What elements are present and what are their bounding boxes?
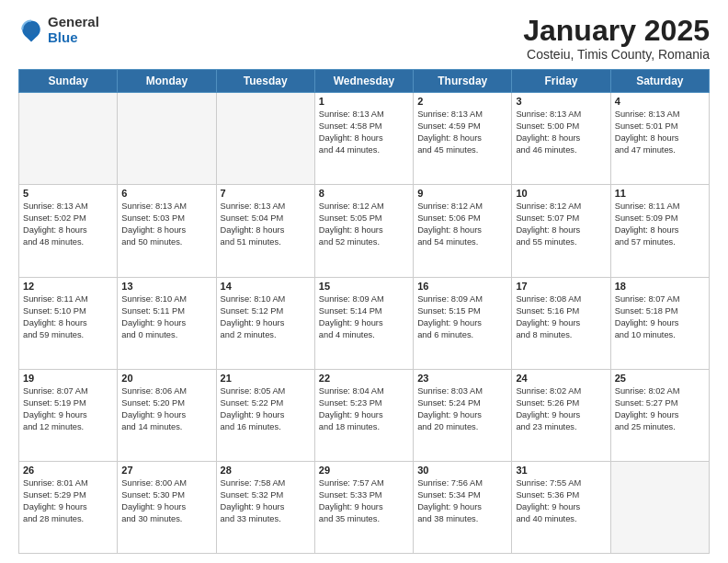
day-info: Sunrise: 8:13 AM Sunset: 5:01 PM Dayligh… [615,109,705,156]
day-info: Sunrise: 8:03 AM Sunset: 5:24 PM Dayligh… [417,385,507,433]
calendar-week-row: 12Sunrise: 8:11 AM Sunset: 5:10 PM Dayli… [19,277,710,369]
table-row: 2Sunrise: 8:13 AM Sunset: 4:59 PM Daylig… [414,93,512,185]
table-row: 25Sunrise: 8:02 AM Sunset: 5:27 PM Dayli… [610,369,709,461]
day-number: 4 [615,96,705,107]
day-number: 10 [516,188,606,199]
day-info: Sunrise: 8:10 AM Sunset: 5:11 PM Dayligh… [121,293,211,341]
day-info: Sunrise: 8:13 AM Sunset: 5:03 PM Dayligh… [121,201,211,248]
day-info: Sunrise: 8:12 AM Sunset: 5:05 PM Dayligh… [319,201,409,248]
day-number: 17 [516,281,606,292]
day-info: Sunrise: 8:10 AM Sunset: 5:12 PM Dayligh… [221,293,311,341]
day-number: 3 [516,96,606,107]
day-number: 24 [516,373,606,384]
day-info: Sunrise: 7:56 AM Sunset: 5:34 PM Dayligh… [417,477,507,525]
table-row: 24Sunrise: 8:02 AM Sunset: 5:26 PM Dayli… [512,369,610,461]
table-row: 20Sunrise: 8:06 AM Sunset: 5:20 PM Dayli… [118,369,216,461]
calendar-table: Sunday Monday Tuesday Wednesday Thursday… [18,69,710,554]
day-info: Sunrise: 8:13 AM Sunset: 5:00 PM Dayligh… [516,109,606,156]
day-number: 15 [319,281,409,292]
day-info: Sunrise: 8:13 AM Sunset: 4:59 PM Dayligh… [417,109,507,156]
table-row: 17Sunrise: 8:08 AM Sunset: 5:16 PM Dayli… [512,277,610,369]
calendar-week-row: 26Sunrise: 8:01 AM Sunset: 5:29 PM Dayli… [19,461,710,553]
table-row: 19Sunrise: 8:07 AM Sunset: 5:19 PM Dayli… [19,369,118,461]
weekday-header-row: Sunday Monday Tuesday Wednesday Thursday… [19,70,710,93]
table-row: 15Sunrise: 8:09 AM Sunset: 5:14 PM Dayli… [314,277,413,369]
table-row: 4Sunrise: 8:13 AM Sunset: 5:01 PM Daylig… [610,93,709,185]
day-number: 19 [23,373,113,384]
day-info: Sunrise: 8:02 AM Sunset: 5:27 PM Dayligh… [615,385,705,433]
logo: General Blue [18,15,99,45]
day-info: Sunrise: 8:09 AM Sunset: 5:15 PM Dayligh… [417,293,507,341]
table-row [118,93,216,185]
header: General Blue January 2025 Costeiu, Timis… [18,15,710,62]
title-block: January 2025 Costeiu, Timis County, Roma… [523,15,710,62]
day-info: Sunrise: 8:12 AM Sunset: 5:06 PM Dayligh… [417,201,507,248]
day-number: 30 [417,465,507,476]
day-number: 26 [23,465,113,476]
calendar-week-row: 19Sunrise: 8:07 AM Sunset: 5:19 PM Dayli… [19,369,710,461]
table-row: 26Sunrise: 8:01 AM Sunset: 5:29 PM Dayli… [19,461,118,553]
table-row: 1Sunrise: 8:13 AM Sunset: 4:58 PM Daylig… [314,93,413,185]
table-row: 18Sunrise: 8:07 AM Sunset: 5:18 PM Dayli… [610,277,709,369]
day-number: 28 [221,465,311,476]
page: General Blue January 2025 Costeiu, Timis… [0,0,728,563]
day-number: 21 [221,373,311,384]
day-info: Sunrise: 8:12 AM Sunset: 5:07 PM Dayligh… [516,201,606,248]
day-info: Sunrise: 8:00 AM Sunset: 5:30 PM Dayligh… [121,477,211,525]
day-info: Sunrise: 8:04 AM Sunset: 5:23 PM Dayligh… [319,385,409,433]
table-row: 31Sunrise: 7:55 AM Sunset: 5:36 PM Dayli… [512,461,610,553]
table-row: 29Sunrise: 7:57 AM Sunset: 5:33 PM Dayli… [314,461,413,553]
day-number: 29 [319,465,409,476]
table-row [19,93,118,185]
table-row: 7Sunrise: 8:13 AM Sunset: 5:04 PM Daylig… [216,185,314,277]
table-row: 22Sunrise: 8:04 AM Sunset: 5:23 PM Dayli… [314,369,413,461]
table-row: 23Sunrise: 8:03 AM Sunset: 5:24 PM Dayli… [414,369,512,461]
col-friday: Friday [512,70,610,93]
day-number: 27 [121,465,211,476]
day-info: Sunrise: 8:11 AM Sunset: 5:09 PM Dayligh… [615,201,705,248]
location-subtitle: Costeiu, Timis County, Romania [523,47,710,62]
day-number: 8 [319,188,409,199]
day-number: 20 [121,373,211,384]
day-info: Sunrise: 7:57 AM Sunset: 5:33 PM Dayligh… [319,477,409,525]
table-row: 21Sunrise: 8:05 AM Sunset: 5:22 PM Dayli… [216,369,314,461]
table-row: 8Sunrise: 8:12 AM Sunset: 5:05 PM Daylig… [314,185,413,277]
day-info: Sunrise: 8:08 AM Sunset: 5:16 PM Dayligh… [516,293,606,341]
day-number: 31 [516,465,606,476]
table-row: 16Sunrise: 8:09 AM Sunset: 5:15 PM Dayli… [414,277,512,369]
day-number: 18 [615,281,705,292]
day-info: Sunrise: 8:13 AM Sunset: 5:04 PM Dayligh… [221,201,311,248]
day-number: 22 [319,373,409,384]
day-number: 5 [23,188,113,199]
day-info: Sunrise: 8:13 AM Sunset: 4:58 PM Dayligh… [319,109,409,156]
day-number: 23 [417,373,507,384]
day-info: Sunrise: 8:02 AM Sunset: 5:26 PM Dayligh… [516,385,606,433]
table-row [216,93,314,185]
day-info: Sunrise: 8:01 AM Sunset: 5:29 PM Dayligh… [23,477,113,525]
col-tuesday: Tuesday [216,70,314,93]
day-info: Sunrise: 8:11 AM Sunset: 5:10 PM Dayligh… [23,293,113,341]
table-row: 10Sunrise: 8:12 AM Sunset: 5:07 PM Dayli… [512,185,610,277]
table-row [610,461,709,553]
table-row: 28Sunrise: 7:58 AM Sunset: 5:32 PM Dayli… [216,461,314,553]
table-row: 11Sunrise: 8:11 AM Sunset: 5:09 PM Dayli… [610,185,709,277]
day-number: 12 [23,281,113,292]
col-sunday: Sunday [19,70,118,93]
table-row: 3Sunrise: 8:13 AM Sunset: 5:00 PM Daylig… [512,93,610,185]
col-thursday: Thursday [414,70,512,93]
table-row: 27Sunrise: 8:00 AM Sunset: 5:30 PM Dayli… [118,461,216,553]
table-row: 13Sunrise: 8:10 AM Sunset: 5:11 PM Dayli… [118,277,216,369]
day-info: Sunrise: 7:58 AM Sunset: 5:32 PM Dayligh… [221,477,311,525]
day-info: Sunrise: 8:07 AM Sunset: 5:19 PM Dayligh… [23,385,113,433]
table-row: 9Sunrise: 8:12 AM Sunset: 5:06 PM Daylig… [414,185,512,277]
logo-general: General [48,15,99,30]
table-row: 30Sunrise: 7:56 AM Sunset: 5:34 PM Dayli… [414,461,512,553]
day-info: Sunrise: 7:55 AM Sunset: 5:36 PM Dayligh… [516,477,606,525]
col-monday: Monday [118,70,216,93]
calendar-week-row: 1Sunrise: 8:13 AM Sunset: 4:58 PM Daylig… [19,93,710,185]
col-wednesday: Wednesday [314,70,413,93]
day-number: 9 [417,188,507,199]
day-number: 2 [417,96,507,107]
day-number: 14 [221,281,311,292]
day-number: 1 [319,96,409,107]
